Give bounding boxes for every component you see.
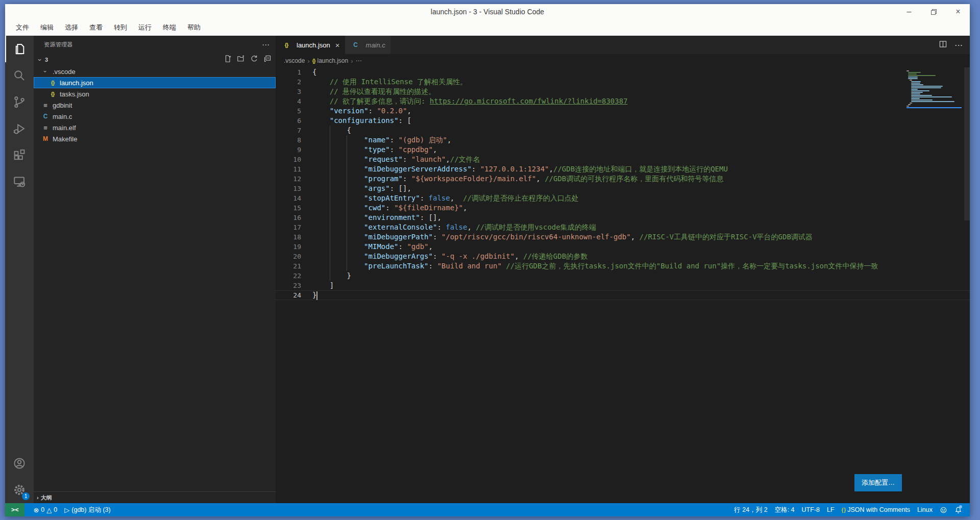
- code-line-3[interactable]: 3 // 悬停以查看现有属性的描述。: [276, 87, 970, 96]
- code-line-1[interactable]: 1{: [276, 67, 970, 77]
- line-number[interactable]: 6: [276, 116, 301, 126]
- split-editor-icon[interactable]: [939, 40, 947, 51]
- close-icon[interactable]: ×: [953, 7, 963, 16]
- feedback-icon[interactable]: [936, 503, 951, 516]
- tab-launch.json[interactable]: {}launch.json×: [276, 36, 345, 54]
- code-line-24[interactable]: 24}: [276, 290, 970, 300]
- line-number[interactable]: 5: [276, 106, 301, 116]
- code-line-7[interactable]: 7 {: [276, 126, 970, 135]
- line-number[interactable]: 13: [276, 184, 301, 193]
- language-mode-status[interactable]: { } JSON with Comments: [838, 503, 914, 516]
- refresh-icon[interactable]: [250, 55, 258, 65]
- code-line-22[interactable]: 22 }: [276, 271, 970, 281]
- account-icon[interactable]: [5, 450, 34, 477]
- outline-section[interactable]: › 大纲: [34, 491, 276, 503]
- menu-item-终端[interactable]: 终端: [158, 21, 181, 34]
- code-line-15[interactable]: 15 "cwd": "${fileDirname}",: [276, 203, 970, 213]
- code-line-6[interactable]: 6 "configurations": [: [276, 116, 970, 126]
- tree-item-.vscode[interactable]: ›.vscode: [34, 66, 276, 77]
- line-number[interactable]: 17: [276, 222, 301, 232]
- tree-item-main.elf[interactable]: ≡main.elf: [34, 122, 276, 133]
- line-number[interactable]: 18: [276, 232, 301, 242]
- tree-item-launch.json[interactable]: {}launch.json: [34, 77, 276, 88]
- code-line-10[interactable]: 10 "request": "launch",//文件名: [276, 155, 970, 164]
- code-line-5[interactable]: 5 "version": "0.2.0",: [276, 106, 970, 116]
- indentation-status[interactable]: 空格: 4: [771, 503, 798, 516]
- restore-icon[interactable]: [929, 7, 938, 16]
- notifications-bell-icon[interactable]: [951, 503, 966, 516]
- add-configuration-button[interactable]: 添加配置…: [854, 474, 902, 491]
- line-number[interactable]: 12: [276, 174, 301, 184]
- code-line-21[interactable]: 21 "preLaunchTask": "Build and run" //运行…: [276, 261, 970, 271]
- line-number[interactable]: 20: [276, 252, 301, 261]
- line-number[interactable]: 3: [276, 87, 301, 96]
- menu-item-文件[interactable]: 文件: [11, 21, 34, 34]
- code-line-12[interactable]: 12 "program": "${workspaceFolder}/main.e…: [276, 174, 970, 184]
- problems-status[interactable]: ⊗ 0 △ 0: [30, 503, 61, 516]
- eol-status[interactable]: LF: [823, 503, 838, 516]
- line-number[interactable]: 21: [276, 261, 301, 271]
- cursor-position-status[interactable]: 行 24，列 2: [730, 503, 771, 516]
- menu-item-帮助[interactable]: 帮助: [183, 21, 205, 34]
- menu-item-转到[interactable]: 转到: [109, 21, 132, 34]
- collapse-all-icon[interactable]: [263, 55, 272, 65]
- line-number[interactable]: 8: [276, 135, 301, 145]
- remote-indicator[interactable]: ><: [5, 503, 24, 516]
- tree-item-tasks.json[interactable]: {}tasks.json: [34, 88, 276, 100]
- settings-icon[interactable]: 1: [5, 477, 34, 503]
- minimap[interactable]: [906, 70, 962, 108]
- menu-item-编辑[interactable]: 编辑: [36, 21, 58, 34]
- line-number[interactable]: 7: [276, 126, 301, 135]
- code-line-20[interactable]: 20 "miDebuggerArgs": "-q -x ./gdbinit", …: [276, 252, 970, 261]
- code-line-11[interactable]: 11 "miDebuggerServerAddress": "127.0.0.1…: [276, 164, 970, 174]
- code-line-19[interactable]: 19 "MIMode": "gdb",: [276, 242, 970, 252]
- close-tab-icon[interactable]: ×: [335, 41, 340, 49]
- line-number[interactable]: 10: [276, 155, 301, 164]
- code-line-9[interactable]: 9 "type": "cppdbg",: [276, 145, 970, 155]
- breadcrumb-item-launch.json[interactable]: {}launch.json: [312, 57, 349, 64]
- line-number[interactable]: 24: [276, 290, 301, 300]
- extensions-icon[interactable]: [5, 142, 34, 168]
- line-number[interactable]: 4: [276, 96, 301, 106]
- line-number[interactable]: 2: [276, 77, 301, 87]
- code-line-4[interactable]: 4 // 欲了解更多信息，请访问: https://go.microsoft.c…: [276, 96, 970, 106]
- explorer-icon[interactable]: [5, 36, 34, 62]
- remote-explorer-icon[interactable]: [5, 168, 34, 195]
- menu-item-运行[interactable]: 运行: [134, 21, 156, 34]
- code-line-14[interactable]: 14 "stopAtEntry": false, //调试时是否停止在程序的入口…: [276, 193, 970, 203]
- code-line-8[interactable]: 8 "name": "(gdb) 启动",: [276, 135, 970, 145]
- source-control-icon[interactable]: [5, 89, 34, 115]
- debug-launch-status[interactable]: ▷ (gdb) 启动 (3): [61, 503, 114, 516]
- line-number[interactable]: 16: [276, 213, 301, 222]
- workspace-section-label[interactable]: 3: [45, 57, 223, 63]
- code-line-13[interactable]: 13 "args": [],: [276, 184, 970, 193]
- editor-more-actions-icon[interactable]: ⋯: [954, 40, 963, 50]
- line-number[interactable]: 9: [276, 145, 301, 155]
- line-number[interactable]: 11: [276, 164, 301, 174]
- code-line-16[interactable]: 16 "environment": [],: [276, 213, 970, 222]
- search-icon[interactable]: [5, 62, 34, 89]
- explorer-more-icon[interactable]: ⋯: [262, 40, 270, 49]
- tree-item-Makefile[interactable]: MMakefile: [34, 133, 276, 144]
- new-folder-icon[interactable]: [237, 55, 245, 65]
- breadcrumb-item-⋯[interactable]: ⋯: [356, 57, 362, 64]
- line-number[interactable]: 14: [276, 193, 301, 203]
- chevron-down-icon[interactable]: ›: [36, 56, 44, 64]
- breadcrumb-item-.vscode[interactable]: .vscode: [284, 57, 305, 64]
- code-line-17[interactable]: 17 "externalConsole": false, //调试时是否使用vs…: [276, 222, 970, 232]
- line-number[interactable]: 22: [276, 271, 301, 281]
- code-line-2[interactable]: 2 // 使用 IntelliSense 了解相关属性。: [276, 77, 970, 87]
- new-file-icon[interactable]: [224, 55, 232, 65]
- code-line-23[interactable]: 23 ]: [276, 281, 970, 290]
- tree-item-gdbinit[interactable]: ≡gdbinit: [34, 100, 276, 111]
- editor-scrollbar[interactable]: [964, 67, 970, 220]
- line-number[interactable]: 15: [276, 203, 301, 213]
- line-number[interactable]: 1: [276, 67, 301, 77]
- tab-main.c[interactable]: Cmain.c: [345, 36, 391, 54]
- menu-item-选择[interactable]: 选择: [60, 21, 83, 34]
- run-debug-icon[interactable]: [5, 115, 34, 142]
- menu-item-查看[interactable]: 查看: [85, 21, 107, 34]
- code-editor[interactable]: 1{2 // 使用 IntelliSense 了解相关属性。3 // 悬停以查看…: [276, 67, 970, 503]
- line-number[interactable]: 19: [276, 242, 301, 252]
- code-line-18[interactable]: 18 "miDebuggerPath": "/opt/riscv/gcc/bin…: [276, 232, 970, 242]
